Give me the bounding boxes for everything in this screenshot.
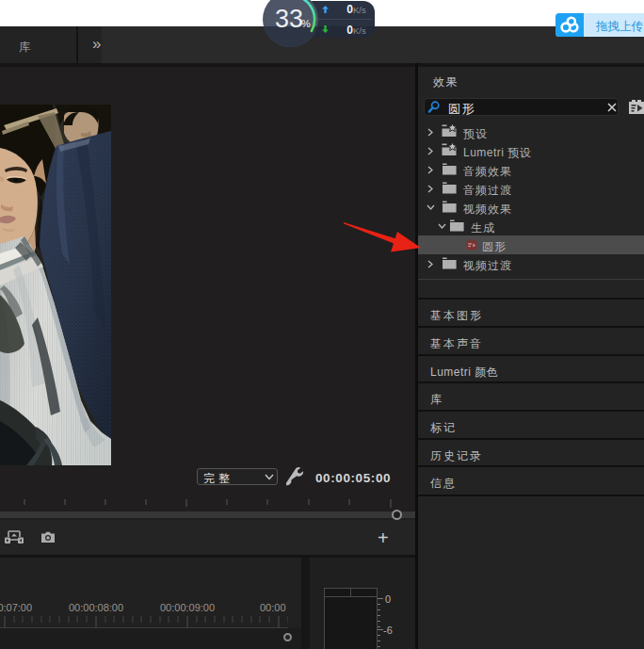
svg-text:%: %: [301, 18, 311, 29]
svg-text:0: 0: [385, 593, 391, 605]
svg-text:33: 33: [275, 5, 303, 33]
svg-text:-6: -6: [383, 625, 393, 636]
